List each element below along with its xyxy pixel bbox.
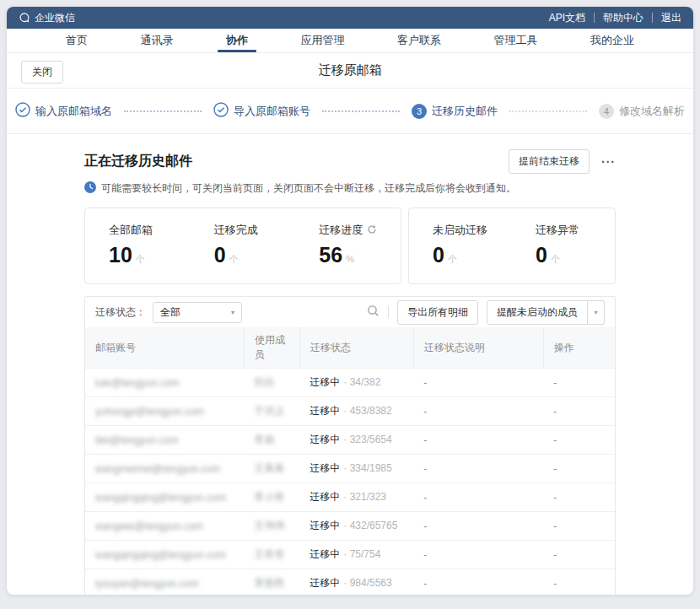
remind-split-button: 提醒未启动的成员 ▾: [487, 300, 605, 325]
stat-label: 未启动迁移: [433, 223, 512, 238]
status-label: 迁移中: [310, 434, 340, 445]
stat-not-started: 未启动迁移 0个: [409, 223, 512, 267]
table-row: yuhongyi@tengyun.com 于洪义 迁移中· 453/8382 -…: [85, 397, 615, 426]
status-note-cell: -: [413, 369, 543, 397]
section-actions: 提前结束迁移 ···: [509, 149, 616, 174]
check-circle-icon: [15, 102, 30, 120]
stat-migration-error: 迁移异常 0个: [512, 223, 615, 267]
status-progress: · 75/754: [343, 548, 380, 560]
main-nav: 首页 通讯录 协作 应用管理 客户联系 管理工具 我的企业: [7, 29, 693, 53]
action-cell: -: [543, 541, 615, 569]
nav-app-management[interactable]: 应用管理: [298, 29, 348, 52]
step-number-badge: 4: [599, 104, 614, 119]
email-cell: wangqingqing@tengyun.com: [95, 492, 226, 504]
table-row: wangwei@tengyun.com 王伟伟 迁移中· 432/65765 -…: [85, 512, 615, 541]
logout-link[interactable]: 退出: [652, 13, 681, 23]
status-label: 迁移中: [310, 520, 340, 531]
member-cell: 王美美: [254, 462, 284, 474]
table-row: lyouyan@tengyun.com 李悠然 迁移中· 984/5563 - …: [85, 569, 615, 596]
notice-row: 可能需要较长时间，可关闭当前页面，关闭页面不会中断迁移，迁移完成后你将会收到通知…: [84, 181, 616, 196]
nav-collaboration[interactable]: 协作: [223, 29, 251, 52]
column-header-status-note: 迁移状态说明: [413, 327, 543, 369]
section-header: 正在迁移历史邮件 提前结束迁移 ···: [84, 149, 616, 174]
nav-my-company[interactable]: 我的企业: [587, 29, 638, 52]
email-cell: wangmeimei@tengyun.com: [95, 463, 220, 475]
step-label: 导入原邮箱账号: [234, 104, 310, 119]
action-cell: -: [543, 569, 615, 596]
notice-text: 可能需要较长时间，可关闭当前页面，关闭页面不会中断迁移，迁移完成后你将会收到通知…: [101, 181, 516, 196]
check-circle-icon: [213, 102, 229, 120]
step-label: 修改域名解析: [619, 104, 685, 119]
remind-not-started-button[interactable]: 提醒未启动的成员: [487, 300, 588, 325]
stat-value: 0个: [214, 243, 296, 267]
step-connector: [124, 110, 202, 112]
wechat-work-logo-icon: [19, 12, 30, 24]
stat-value: 0个: [433, 243, 512, 267]
status-label: 迁移中: [310, 462, 340, 474]
stat-value: 0个: [536, 243, 615, 267]
app-window: 企业微信 API文档 帮助中心 退出 首页 通讯录 协作 应用管理 客户联系 管…: [7, 7, 693, 595]
member-cell: 刘乐: [254, 376, 274, 388]
column-header-actions: 操作: [543, 327, 615, 369]
step-modify-dns: 4 修改域名解析: [599, 104, 685, 119]
stats-card-progress: 全部邮箱 10个 迁移完成 0个 迁移进度: [84, 207, 401, 284]
email-cell: lule@tengyun.com: [95, 377, 180, 389]
stat-migration-complete: 迁移完成 0个: [191, 223, 296, 267]
stat-value: 56%: [319, 243, 401, 267]
status-progress: · 334/1985: [343, 462, 391, 474]
nav-customer-contact[interactable]: 客户联系: [394, 29, 444, 52]
step-connector: [509, 110, 587, 112]
table-row: lilei@tengyun.com 李磊 迁移中· 323/5654 - -: [85, 426, 615, 455]
close-button[interactable]: 关闭: [21, 61, 63, 84]
stat-label: 迁移进度: [319, 223, 401, 238]
action-cell: -: [543, 369, 615, 397]
remind-dropdown-caret[interactable]: ▾: [588, 300, 605, 325]
member-cell: 王青青: [254, 548, 284, 560]
clock-icon: [84, 181, 96, 196]
column-header-member: 使用成员: [244, 327, 299, 369]
status-note-cell: -: [413, 455, 543, 483]
status-note-cell: -: [413, 541, 543, 569]
email-cell: lyouyan@tengyun.com: [95, 578, 198, 590]
help-center-link[interactable]: 帮助中心: [594, 13, 652, 23]
member-cell: 李小青: [254, 491, 284, 503]
email-cell: wangwei@tengyun.com: [95, 520, 203, 532]
status-note-cell: -: [413, 397, 543, 426]
status-note-cell: -: [413, 512, 543, 541]
migration-status-filter-label: 迁移状态：: [95, 305, 146, 320]
status-progress: · 984/5563: [343, 577, 391, 589]
email-cell: yuhongyi@tengyun.com: [95, 406, 204, 418]
table-row: lule@tengyun.com 刘乐 迁移中· 34/382 - -: [85, 369, 615, 397]
column-header-email: 邮箱账号: [85, 327, 244, 369]
search-icon[interactable]: [367, 304, 380, 321]
step-import-accounts: 导入原邮箱账号: [213, 102, 310, 120]
status-label: 迁移中: [310, 548, 340, 560]
step-connector: [322, 110, 400, 112]
export-details-button[interactable]: 导出所有明细: [397, 300, 478, 325]
stat-suffix: %: [346, 254, 354, 264]
migration-table: 邮箱账号 使用成员 迁移状态 迁移状态说明 操作 lule@tengyun.co…: [85, 327, 615, 595]
wizard-title: 迁移原邮箱: [319, 62, 382, 78]
stat-suffix: 个: [229, 254, 239, 264]
status-label: 迁移中: [310, 405, 340, 417]
end-migration-early-button[interactable]: 提前结束迁移: [509, 149, 590, 174]
nav-contacts[interactable]: 通讯录: [137, 29, 177, 52]
action-cell: -: [543, 455, 615, 483]
table-row: wangqingqing@tengyun.com 王青青 迁移中· 75/754…: [85, 541, 615, 569]
migration-status-select[interactable]: 全部 ▾: [153, 302, 242, 323]
page-title: 正在迁移历史邮件: [84, 153, 192, 170]
status-note-cell: -: [413, 426, 543, 455]
nav-admin-tools[interactable]: 管理工具: [491, 29, 541, 52]
step-enter-domain: 输入原邮箱域名: [15, 102, 112, 120]
brand: 企业微信: [19, 11, 75, 25]
action-cell: -: [543, 512, 615, 541]
stat-total-mailboxes: 全部邮箱 10个: [85, 223, 191, 267]
wizard-header: 关闭 迁移原邮箱: [7, 53, 693, 89]
api-docs-link[interactable]: API文档: [541, 13, 594, 23]
more-actions-button[interactable]: ···: [601, 155, 616, 169]
nav-home[interactable]: 首页: [62, 29, 91, 52]
action-cell: -: [543, 426, 615, 455]
wizard-steps: 输入原邮箱域名 导入原邮箱账号 3 迁移历史邮件 4 修改域名解析: [7, 89, 693, 134]
chevron-down-icon: ▾: [231, 309, 234, 316]
refresh-icon[interactable]: [367, 224, 377, 237]
